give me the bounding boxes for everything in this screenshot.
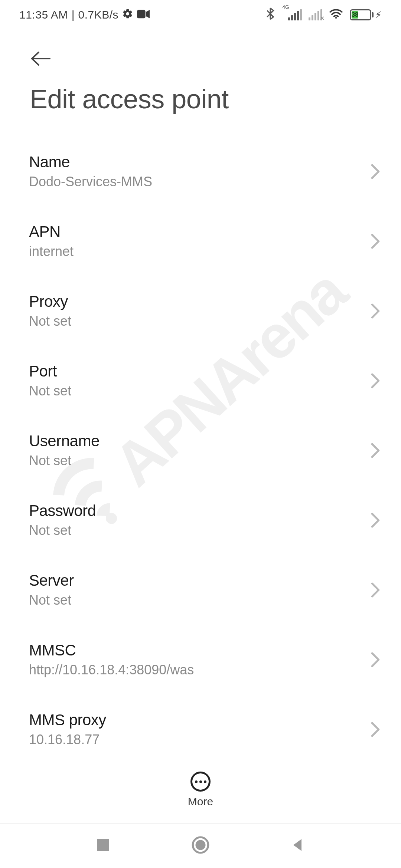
setting-label: MMS proxy — [29, 711, 106, 729]
video-camera-icon — [137, 9, 150, 21]
bottom-action-bar: More — [0, 772, 401, 808]
chevron-right-icon — [370, 233, 381, 250]
app-bar — [0, 30, 401, 67]
setting-value: Not set — [29, 383, 71, 399]
nav-back-icon[interactable] — [290, 838, 305, 854]
setting-row-server[interactable]: Server Not set — [0, 555, 401, 625]
setting-value: Not set — [29, 313, 71, 329]
setting-label: MMSC — [29, 641, 194, 659]
setting-value: Dodo-Services-MMS — [29, 174, 152, 190]
wifi-icon — [329, 8, 343, 22]
chevron-right-icon — [370, 582, 381, 598]
setting-label: APN — [29, 223, 74, 241]
setting-label: Name — [29, 153, 152, 171]
setting-label: Password — [29, 502, 96, 520]
signal-2-no-sim — [309, 9, 322, 20]
more-label: More — [188, 795, 213, 808]
status-data-rate: 0.7KB/s — [78, 9, 119, 21]
network-type-label: 4G — [282, 4, 289, 10]
setting-row-apn[interactable]: APN internet — [0, 206, 401, 276]
chevron-right-icon — [370, 651, 381, 668]
setting-value: internet — [29, 244, 74, 259]
setting-value: Not set — [29, 453, 100, 468]
setting-row-mmsc[interactable]: MMSC http://10.16.18.4:38090/was — [0, 625, 401, 694]
setting-row-mms-proxy[interactable]: MMS proxy 10.16.18.77 — [0, 694, 401, 764]
status-separator: | — [72, 9, 75, 21]
battery-indicator: 38 ⚡︎ — [350, 9, 382, 21]
chevron-right-icon — [370, 303, 381, 319]
chevron-right-icon — [370, 721, 381, 738]
settings-list: Name Dodo-Services-MMS APN internet Prox… — [0, 137, 401, 764]
setting-value: Not set — [29, 592, 74, 608]
chevron-right-icon — [370, 442, 381, 459]
setting-row-port[interactable]: Port Not set — [0, 346, 401, 415]
setting-label: Port — [29, 362, 71, 380]
setting-label: Proxy — [29, 293, 71, 310]
svg-point-1 — [335, 17, 337, 18]
svg-rect-0 — [137, 10, 146, 19]
setting-row-password[interactable]: Password Not set — [0, 485, 401, 555]
signal-1: 4G — [281, 9, 302, 20]
setting-row-username[interactable]: Username Not set — [0, 415, 401, 485]
setting-row-name[interactable]: Name Dodo-Services-MMS — [0, 137, 401, 206]
setting-value: Not set — [29, 523, 96, 538]
bluetooth-icon — [266, 7, 274, 23]
svg-rect-2 — [97, 839, 109, 851]
setting-label: Username — [29, 432, 100, 450]
back-arrow-icon[interactable] — [30, 50, 51, 67]
status-time: 11:35 AM — [19, 9, 68, 21]
status-bar: 11:35 AM | 0.7KB/s 4G 38 ⚡︎ — [0, 0, 401, 30]
page-title: Edit access point — [0, 67, 401, 137]
chevron-right-icon — [370, 163, 381, 180]
battery-percent: 38 — [352, 11, 359, 19]
more-button[interactable] — [190, 772, 211, 792]
chevron-right-icon — [370, 512, 381, 529]
svg-point-4 — [195, 840, 205, 850]
setting-value: http://10.16.18.4:38090/was — [29, 662, 194, 678]
nav-recents-icon[interactable] — [96, 838, 111, 854]
setting-label: Server — [29, 572, 74, 589]
status-right: 4G 38 ⚡︎ — [266, 7, 382, 23]
gear-icon — [122, 8, 133, 22]
setting-value: 10.16.18.77 — [29, 732, 106, 747]
nav-home-icon[interactable] — [191, 836, 210, 856]
system-nav-bar — [0, 823, 401, 868]
charging-bolt-icon: ⚡︎ — [375, 9, 382, 21]
setting-row-proxy[interactable]: Proxy Not set — [0, 276, 401, 346]
status-left: 11:35 AM | 0.7KB/s — [19, 8, 150, 22]
chevron-right-icon — [370, 372, 381, 389]
